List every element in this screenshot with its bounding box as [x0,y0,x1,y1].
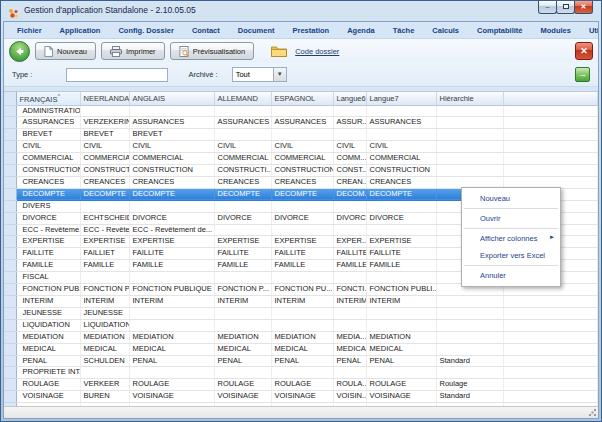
table-cell[interactable]: MEDIATION [214,331,271,343]
row-selector[interactable] [4,296,16,308]
table-cell[interactable]: FAILLITE [366,248,436,260]
table-cell[interactable]: FONCTION P... [214,284,271,296]
table-cell[interactable] [271,224,333,236]
table-cell[interactable]: EXPER... [333,236,366,248]
table-cell[interactable] [129,367,214,379]
table-cell[interactable]: FAILLITE [16,248,80,260]
table-cell[interactable] [436,331,503,343]
table-cell[interactable]: PENAL [333,355,366,367]
table-cell[interactable]: CIVIL [80,141,129,153]
menu-item-document[interactable]: Document [229,22,284,39]
table-cell[interactable] [366,307,436,319]
table-cell[interactable] [129,200,214,212]
row-selector[interactable] [4,165,16,177]
table-cell[interactable]: CREANCES [16,176,80,188]
table-cell[interactable] [271,367,333,379]
table-cell[interactable]: ADMINISTRATION [16,105,80,117]
table-cell[interactable] [333,272,366,284]
table-cell[interactable]: CREANCES [271,176,333,188]
menu-item-contact[interactable]: Contact [183,22,229,39]
table-cell[interactable]: VOISINAGE [271,391,333,403]
archived-select[interactable]: Tout ▼ [232,67,287,82]
row-selector[interactable] [4,355,16,367]
table-cell[interactable]: EXPERTISE [366,236,436,248]
table-cell[interactable]: MEDICAL [80,343,129,355]
column-header-langue6[interactable]: Langue6 [333,92,366,105]
table-cell[interactable]: EXPERTISE [80,236,129,248]
table-cell[interactable]: FONCTION PU... [271,284,333,296]
table-cell[interactable] [436,141,503,153]
table-cell[interactable]: DECOM... [333,188,366,200]
table-cell[interactable] [80,367,129,379]
table-cell[interactable]: BREVET [80,129,129,141]
table-cell[interactable]: DIVORCE [333,212,366,224]
table-cell[interactable]: DIVERS [16,200,80,212]
table-cell[interactable]: BREVET [129,129,214,141]
row-selector[interactable] [4,391,16,403]
table-cell[interactable]: DECOMPTE [129,188,214,200]
row-selector[interactable] [4,129,16,141]
table-cell[interactable]: COMMERCIAL [366,153,436,165]
table-cell[interactable] [333,224,366,236]
table-cell[interactable]: VOISINAGE [16,391,80,403]
table-cell[interactable]: PENAL [366,355,436,367]
menu-item-agenda[interactable]: Agenda [338,22,384,39]
table-cell[interactable]: INTERIM [16,296,80,308]
table-cell[interactable]: PENAL [129,355,214,367]
row-selector[interactable] [4,153,16,165]
table-cell[interactable] [333,105,366,117]
table-cell[interactable]: CIVIL [333,141,366,153]
table-cell[interactable]: CONSTRUCTION [129,165,214,177]
row-selector[interactable] [4,367,16,379]
table-cell[interactable]: FONCTION PUB... [80,284,129,296]
table-row[interactable]: ROULAGEVERKEERROULAGEROULAGEROULAGEROULA… [4,379,598,391]
table-cell[interactable]: ECHTSCHEIDING [80,212,129,224]
table-cell[interactable]: CREAN... [333,176,366,188]
table-row[interactable]: ASSURANCESVERZEKERINGASSURANCESASSURANCE… [4,117,598,129]
table-cell[interactable]: FAILLITE [271,248,333,260]
table-cell[interactable] [80,200,129,212]
table-cell[interactable]: ROULAGE [214,379,271,391]
table-cell[interactable]: VOISINAGE [366,391,436,403]
table-cell[interactable]: PENAL [16,355,80,367]
table-cell[interactable] [214,367,271,379]
table-cell[interactable]: ROULA... [333,379,366,391]
row-selector[interactable] [4,176,16,188]
table-cell[interactable]: INTERIM [366,296,436,308]
table-row[interactable]: VOISINAGEBURENVOISINAGEVOISINAGEVOISINAG… [4,391,598,403]
table-cell[interactable]: CREANCES [366,176,436,188]
table-cell[interactable]: BUREN [80,391,129,403]
row-selector[interactable] [4,343,16,355]
table-cell[interactable]: CIVIL [129,141,214,153]
table-cell[interactable]: MEDICAL [366,343,436,355]
row-selector[interactable] [4,212,16,224]
menu-item-config-dossier[interactable]: Config. Dossier [109,22,182,39]
table-cell[interactable]: FAMILLE [271,260,333,272]
table-cell[interactable]: ASSURANCES [271,117,333,129]
table-cell[interactable] [333,200,366,212]
table-cell[interactable]: ECC - Revêtement de... [129,224,214,236]
table-row[interactable]: BREVETBREVETBREVET [4,129,598,141]
table-cell[interactable]: EXPERTISE [16,236,80,248]
table-cell[interactable]: ROULAGE [271,379,333,391]
table-cell[interactable]: FAMILLE [129,260,214,272]
table-cell[interactable]: Standard [436,391,503,403]
table-cell[interactable] [333,319,366,331]
table-cell[interactable]: FONCTION PUBLIQUE [129,284,214,296]
table-cell[interactable]: CONSTRUCTION [16,165,80,177]
close-button[interactable]: ✕ [574,1,593,14]
context-menu-item-ouvrir[interactable]: Ouvrir [462,210,560,227]
table-cell[interactable]: FAMILLE [80,260,129,272]
table-cell[interactable]: LIQUIDATION [16,319,80,331]
table-cell[interactable] [436,153,503,165]
table-cell[interactable]: MEDIATION [16,331,80,343]
table-cell[interactable] [214,224,271,236]
table-cell[interactable]: COMMERCIAL [214,153,271,165]
row-selector[interactable] [4,284,16,296]
table-cell[interactable] [129,307,214,319]
table-cell[interactable] [271,200,333,212]
table-cell[interactable]: COMMERCIAL [271,153,333,165]
table-cell[interactable]: DIVORCE [214,212,271,224]
folder-icon[interactable] [271,45,287,57]
table-cell[interactable] [436,129,503,141]
